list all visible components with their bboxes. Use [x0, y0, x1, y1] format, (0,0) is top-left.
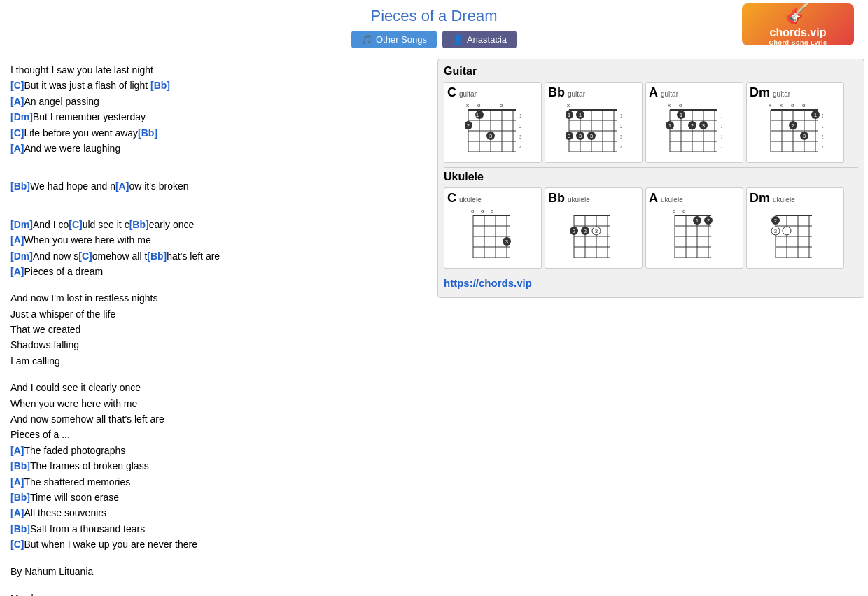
svg-text:o: o [491, 208, 494, 214]
svg-text:3: 3 [702, 122, 706, 129]
lyric-text: When you were here with me [24, 234, 150, 246]
chord-marker: [A] [10, 96, 24, 107]
chord-marker: [A] [10, 445, 24, 456]
lyric-line: [C]But it was just a flash of light [Bb] [10, 78, 430, 93]
lyric-text: Salt from a thousand tears [30, 523, 145, 534]
chord-marker: [C] [69, 219, 82, 230]
lyric-line: [Bb]Salt from a thousand tears [10, 521, 430, 537]
lyric-line: Pieces of a ... [10, 427, 430, 442]
lyric-text: And now somehow all that's left are [10, 413, 164, 425]
svg-text:x: x [769, 102, 771, 108]
c-guitar-diagram: x o o 1fr 2fr 3fr 4fr [465, 100, 521, 159]
svg-text:3fr: 3fr [721, 134, 722, 139]
svg-text:3fr: 3fr [620, 134, 622, 139]
a-ukulele-diagram: o o 1fr 2fr 3fr 4fr [670, 206, 719, 265]
lyric-line: [A]The faded photographs [10, 443, 430, 458]
lyric-text: The frames of broken glass [30, 460, 149, 471]
svg-text:1: 1 [814, 112, 818, 118]
lyric-text: Just a whisper of the life [10, 308, 115, 320]
svg-text:2: 2 [573, 228, 576, 234]
chord-a-guitar: A guitar x o 1fr 2fr 3fr 4fr [645, 82, 743, 163]
chord-marker: [Bb] [10, 492, 30, 503]
music-icon: 🎵 [361, 34, 372, 45]
svg-text:1: 1 [668, 122, 672, 129]
lyric-text: An angel passing [24, 96, 99, 107]
chord-marker: [A] [10, 234, 24, 246]
chord-dm-ukulele: Dm ukulele 1fr 2fr 3fr 4fr [746, 187, 844, 269]
chord-marker: [A] [10, 476, 24, 488]
a-guitar-diagram: x o 1fr 2fr 3fr 4fr [666, 100, 722, 159]
lyric-line: [A]All these souvenirs [10, 505, 430, 520]
lyric-line [10, 579, 430, 590]
lyric-text: The shattered memories [24, 476, 130, 488]
logo: 🎸 chords.vip Chord Song Lyric [742, 3, 854, 45]
lyric-text: But it was just a flash of light [24, 80, 150, 91]
svg-text:x: x [466, 102, 469, 108]
lyric-line: [A]And we were laughing [10, 141, 430, 156]
svg-text:2: 2 [774, 218, 778, 224]
lyric-line: [Dm]But I remember yesterday [10, 109, 430, 125]
svg-text:1fr: 1fr [721, 113, 722, 118]
chord-marker: [Dm] [10, 250, 33, 262]
chord-c-guitar: C guitar x o o 1fr 2fr [444, 82, 542, 163]
lyric-line: Shadows falling [10, 337, 430, 353]
chord-marker: [C] [78, 250, 92, 262]
lyric-text: Time will soon erase [30, 492, 119, 503]
lyric-text: When you were here with me [10, 398, 137, 409]
lyric-line: [Dm]And I co[C]uld see it c[Bb]early onc… [10, 217, 430, 232]
c-ukulele-diagram: o o o 1fr 2fr 3fr 4fr [468, 206, 517, 265]
lyric-line: And I could see it clearly once [10, 380, 430, 395]
lyric-text: Mwahugs [10, 593, 52, 596]
lyric-line: Mwahugs [10, 590, 430, 596]
chord-marker: [Bb] [147, 250, 167, 262]
lyric-text: ow it's broken [129, 180, 188, 192]
svg-text:3: 3 [590, 133, 594, 139]
lyric-line: By Nahum Lituania [10, 564, 430, 579]
chord-marker: [A] [10, 266, 24, 277]
svg-text:2fr: 2fr [822, 124, 823, 129]
svg-text:1: 1 [476, 112, 479, 118]
lyric-line: I thought I saw you late last night [10, 62, 430, 78]
main-layout: I thought I saw you late last night[C]Bu… [0, 59, 868, 596]
svg-text:1: 1 [696, 218, 699, 224]
chord-bb-ukulele: Bb ukulele 1fr 2fr 3fr 4fr [545, 187, 643, 269]
lyric-text: early once [149, 219, 195, 230]
artist-button[interactable]: 👤 Anastacia [442, 31, 517, 48]
svg-text:3: 3 [489, 133, 493, 139]
svg-text:3: 3 [579, 133, 582, 139]
chord-bb-guitar: Bb guitar x 1fr 2fr 3fr 4fr [545, 82, 643, 163]
lyric-line: And now somehow all that's left are [10, 411, 430, 427]
lyric-text: But I remember yesterday [33, 111, 146, 122]
lyric-line: [Bb]We had hope and n[A]ow it's broken [10, 178, 430, 194]
svg-text:o: o [791, 102, 794, 108]
chord-marker: [A] [115, 180, 129, 192]
chord-panel-url: https://chords.vip [444, 274, 858, 292]
lyric-line: [Bb]The frames of broken glass [10, 458, 430, 474]
other-songs-button[interactable]: 🎵 Other Songs [351, 31, 437, 48]
chord-marker: [Bb] [10, 523, 30, 534]
lyric-text: But when I wake up you are never there [24, 539, 197, 550]
lyric-text: Pieces of a ... [10, 429, 70, 440]
lyric-line [10, 369, 430, 380]
lyric-text: And we were laughing [24, 143, 120, 154]
svg-text:o: o [481, 208, 484, 214]
svg-text:o: o [682, 208, 686, 214]
svg-text:1fr: 1fr [519, 113, 521, 118]
lyric-text: I thought I saw you late last night [10, 64, 153, 76]
svg-text:3: 3 [803, 133, 806, 139]
chord-marker: [C] [10, 80, 24, 91]
lyric-line: And now I'm lost in restless nights [10, 290, 430, 306]
lyric-text: Life before you went away [24, 127, 138, 139]
svg-text:2: 2 [467, 122, 470, 129]
chord-marker: [C] [10, 539, 24, 550]
lyric-line [10, 206, 430, 217]
svg-text:o: o [471, 208, 475, 214]
chord-marker: [Dm] [10, 111, 33, 122]
lyric-line: [A]When you were here with me [10, 232, 430, 248]
chord-marker: [Dm] [10, 219, 33, 230]
chord-marker: [A] [10, 143, 24, 154]
svg-text:x: x [668, 102, 671, 108]
page-header: Pieces of a Dream 🎵 Other Songs 👤 Anasta… [0, 0, 868, 59]
lyric-text: I am calling [10, 355, 60, 367]
lyric-text: omehow all t [92, 250, 148, 262]
